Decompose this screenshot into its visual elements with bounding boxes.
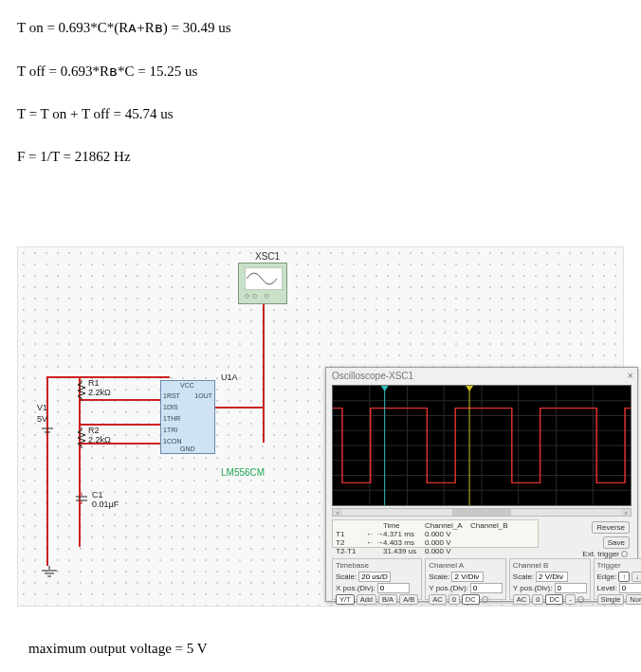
cha-ypos-input[interactable] xyxy=(470,583,503,593)
tb-scale-input[interactable] xyxy=(358,572,391,582)
tb-scale-label: Scale: xyxy=(336,572,357,581)
tb-xpos-input[interactable] xyxy=(377,583,410,593)
trig-level-input[interactable] xyxy=(619,583,641,593)
wire xyxy=(79,376,81,547)
pin-thr: 1THR xyxy=(163,415,180,422)
oscilloscope-symbol[interactable]: ○ ○ ○ xyxy=(238,263,287,304)
chb-dc[interactable]: DC xyxy=(545,594,563,605)
r2-name: R2 xyxy=(88,426,100,435)
col-time: Time xyxy=(383,521,421,530)
trig-edge-label: Edge: xyxy=(597,572,617,581)
chb-jack[interactable] xyxy=(577,596,584,603)
footer-note: maximum output voltage = 5 V xyxy=(28,641,208,657)
cha-heading: Channel A xyxy=(429,561,503,570)
scroll-left-icon[interactable]: ‹ xyxy=(333,509,342,516)
cursor-readout: Time Channel_A Channel_B T1 ← → 4.371 ms… xyxy=(332,519,539,548)
pin-out: 1OUT xyxy=(194,392,212,399)
oscilloscope-screen[interactable] xyxy=(332,385,632,506)
cha-jack[interactable] xyxy=(482,596,488,603)
channel-b-panel: Channel B Scale: Y pos.(Div): AC 0 DC - xyxy=(509,558,591,600)
tb-xpos-label: X pos.(Div): xyxy=(336,584,375,592)
trig-heading: Trigger xyxy=(597,561,642,570)
trig-single[interactable]: Single xyxy=(597,594,625,605)
t1-time: 4.371 ms xyxy=(383,530,421,538)
t1-label: T1 xyxy=(336,530,362,538)
trigger-panel: Trigger Edge: ↑ ↓ A B Ext Level:V Single… xyxy=(594,558,642,600)
r1-value: 2.2kΩ xyxy=(88,388,111,397)
pin-dis: 1DIS xyxy=(163,404,178,410)
trig-level-label: Level: xyxy=(597,584,617,592)
pin-con: 1CON xyxy=(163,438,181,445)
pin-gnd: GND xyxy=(180,445,195,452)
svg-marker-30 xyxy=(466,386,473,391)
equation-toff: T off = 0.693*Rʙ*C = 15.25 us xyxy=(17,63,624,80)
waveform-icon xyxy=(333,386,631,505)
resistor-icon xyxy=(77,380,86,401)
oscilloscope-title: Oscilloscope-XSC1 xyxy=(326,368,637,384)
svg-marker-29 xyxy=(381,386,389,391)
tb-mode-yt[interactable]: Y/T xyxy=(336,594,355,605)
chb-invert[interactable]: - xyxy=(565,594,576,605)
dt-time: 31.439 us xyxy=(383,547,421,555)
trig-edge-rise[interactable]: ↑ xyxy=(618,572,630,582)
chb-ac[interactable]: AC xyxy=(513,594,530,605)
r1-name: R1 xyxy=(88,378,100,388)
chb-heading: Channel B xyxy=(513,561,587,570)
dt-cha: 0.000 V xyxy=(425,547,467,555)
wire xyxy=(79,399,160,401)
ext-trigger-label: Ext. trigger xyxy=(582,550,628,558)
equation-f: F = 1/T = 21862 Hz xyxy=(17,149,624,165)
v1-value: 5V xyxy=(37,414,47,424)
t1-arrows[interactable]: ← → xyxy=(366,530,379,538)
col-cha: Channel_A xyxy=(425,521,467,530)
u1-name: U1A xyxy=(221,372,238,382)
scroll-thumb[interactable] xyxy=(452,509,512,516)
schematic-canvas[interactable]: XSC1 ○ ○ ○ V1 5V R1 2.2kΩ R2 2.2kΩ C1 0.… xyxy=(17,246,624,607)
cha-ac[interactable]: AC xyxy=(429,594,446,605)
chb-scale-input[interactable] xyxy=(536,572,568,582)
t2-label: T2 xyxy=(336,538,362,547)
pin-vcc: VCC xyxy=(180,382,194,389)
tb-mode-ba[interactable]: B/A xyxy=(378,594,397,605)
time-scrollbar[interactable]: ‹ › xyxy=(332,508,632,517)
equation-ton: T on = 0.693*C*(Rᴀ+Rʙ) = 30.49 us xyxy=(17,19,624,36)
ground-icon xyxy=(41,566,58,579)
trig-edge-fall[interactable]: ↓ xyxy=(632,572,641,582)
cha-ypos-label: Y pos.(Div): xyxy=(429,584,468,592)
equation-t: T = T on + T off = 45.74 us xyxy=(17,106,624,122)
timebase-panel: Timebase Scale: X pos.(Div): Y/T Add B/A… xyxy=(332,558,422,600)
sine-icon xyxy=(245,267,283,290)
wire xyxy=(263,304,265,443)
reverse-button[interactable]: Reverse xyxy=(592,521,630,534)
close-icon[interactable]: × xyxy=(628,370,633,381)
oscilloscope-window[interactable]: Oscilloscope-XSC1 × ‹ › xyxy=(325,367,638,602)
resistor-icon xyxy=(77,427,86,448)
c1-value: 0.01µF xyxy=(92,499,119,509)
r2-value: 2.2kΩ xyxy=(88,435,111,445)
ic-chip[interactable]: VCC 1RST 1OUT 1DIS 1THR 1TRI 1CON GND xyxy=(160,380,215,454)
pin-tri: 1TRI xyxy=(163,427,177,433)
trig-normal[interactable]: Normal xyxy=(626,594,641,605)
t2-arrows[interactable]: ← → xyxy=(366,538,379,547)
col-chb: Channel_B xyxy=(470,521,512,530)
u1-part: LM556CM xyxy=(221,467,265,478)
chb-scale-label: Scale: xyxy=(513,572,534,581)
channel-a-panel: Channel A Scale: Y pos.(Div): AC 0 DC xyxy=(425,558,506,600)
cha-zero[interactable]: 0 xyxy=(449,594,460,605)
tb-mode-ab[interactable]: A/B xyxy=(399,594,418,605)
cha-scale-input[interactable] xyxy=(451,572,484,582)
save-button[interactable]: Save xyxy=(603,536,630,549)
chb-ypos-input[interactable] xyxy=(555,583,587,593)
dt-label: T2-T1 xyxy=(336,547,362,555)
chb-zero[interactable]: 0 xyxy=(532,594,543,605)
v1-name: V1 xyxy=(37,403,47,412)
tb-mode-add[interactable]: Add xyxy=(357,594,376,605)
cha-dc[interactable]: DC xyxy=(462,594,480,605)
timebase-heading: Timebase xyxy=(336,561,418,570)
ext-trigger-jack[interactable] xyxy=(621,551,628,557)
t2-cha: 0.000 V xyxy=(425,538,467,547)
scroll-right-icon[interactable]: › xyxy=(621,509,631,516)
wire xyxy=(215,407,265,409)
chb-ypos-label: Y pos.(Div): xyxy=(513,584,553,592)
wire xyxy=(46,376,170,378)
